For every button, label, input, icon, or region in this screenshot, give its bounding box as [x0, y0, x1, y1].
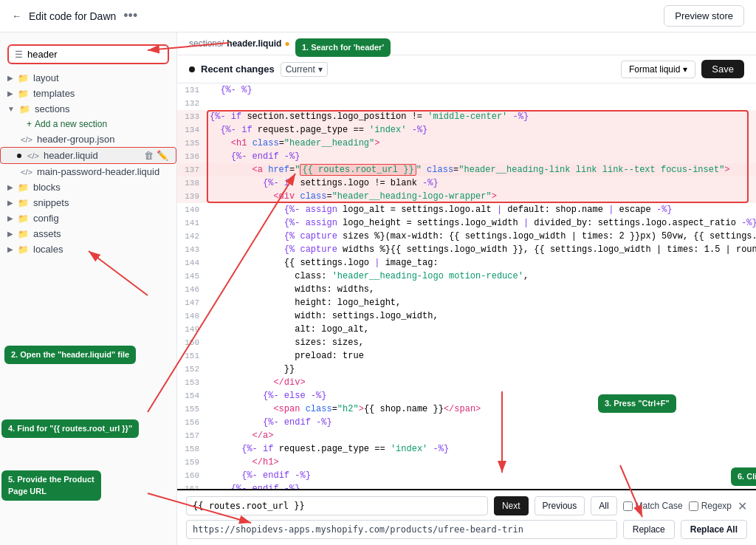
sidebar-item-label: config — [33, 213, 59, 224]
code-icon: </> — [21, 135, 32, 144]
sidebar-item-label: header-group.json — [37, 134, 115, 145]
filepath-label: sections/ — [189, 38, 224, 49]
code-line: 153 </div> — [177, 376, 756, 389]
main-layout: ☰ ▶ 📁 layout ▶ 📁 templates ▼ 📁 sections … — [0, 32, 756, 545]
folder-icon: 📁 — [18, 182, 29, 193]
find-input[interactable] — [186, 496, 488, 515]
sidebar-item-main-password[interactable]: </> main-password-header.liquid — [0, 164, 176, 179]
back-icon: ← — [12, 10, 21, 21]
sidebar-item-blocks[interactable]: ▶ 📁 blocks — [0, 179, 176, 195]
code-line: 144 {{ settings.logo | image_tag: — [177, 256, 756, 270]
code-line: 136 {%- endif -%} — [177, 150, 756, 163]
code-line: 141 {%- assign logo_height = settings.lo… — [177, 216, 756, 230]
search-box[interactable]: ☰ — [7, 44, 169, 64]
code-icon: </> — [21, 168, 32, 176]
sidebar-item-header-group[interactable]: </> header-group.json — [0, 131, 176, 147]
code-line: 145 class: 'header__heading-logo motion-… — [177, 270, 756, 283]
format-liquid-button[interactable]: Format liquid ▾ — [621, 61, 695, 78]
search-replace-bar: Next Previous All Match Case Regexp ✕ Re… — [177, 489, 756, 545]
sidebar-item-sections[interactable]: ▼ 📁 sections — [0, 101, 176, 117]
next-button[interactable]: Next — [494, 496, 529, 515]
recent-changes-right: Format liquid ▾ Save — [621, 60, 744, 78]
chevron-down-icon: ▼ — [7, 105, 15, 113]
topbar-title: Edit code for Dawn — [29, 10, 116, 22]
sidebar-item-layout[interactable]: ▶ 📁 layout — [0, 70, 176, 86]
sidebar-item-snippets[interactable]: ▶ 📁 snippets — [0, 195, 176, 210]
folder-icon: 📁 — [18, 244, 29, 255]
save-button[interactable]: Save — [701, 60, 744, 78]
edit-icon[interactable]: ✏️ — [157, 150, 168, 161]
sidebar: ☰ ▶ 📁 layout ▶ 📁 templates ▼ 📁 sections … — [0, 32, 177, 545]
chevron-down-icon: ▾ — [318, 64, 323, 75]
sidebar-item-config[interactable]: ▶ 📁 config — [0, 210, 176, 226]
preview-store-button[interactable]: Preview store — [664, 5, 744, 27]
search-input[interactable] — [27, 49, 162, 60]
replace-button[interactable]: Replace — [623, 520, 675, 539]
add-section-button[interactable]: + Add a new section — [0, 117, 176, 131]
code-line: 137 <a href="{{ routes.root_url }}" clas… — [177, 163, 756, 176]
code-line: 158 {%- if request.page_type == 'index' … — [177, 442, 756, 456]
code-line: 131 {%- %} — [177, 83, 756, 97]
sidebar-item-header-liquid[interactable]: </> header.liquid 🗑 ✏️ — [0, 147, 176, 164]
all-button[interactable]: All — [591, 496, 616, 515]
replace-all-button[interactable]: Replace All — [681, 520, 747, 539]
current-select[interactable]: Current ▾ — [281, 62, 328, 77]
delete-icon[interactable]: 🗑 — [144, 150, 154, 161]
folder-icon: 📁 — [19, 104, 30, 114]
code-line: 155 <span class="h2">{{ shop.name }}</sp… — [177, 402, 756, 416]
code-line: 154 {%- else -%} — [177, 389, 756, 402]
chevron-icon: ▶ — [7, 74, 13, 82]
folder-icon: 📁 — [18, 89, 29, 99]
chevron-icon: ▶ — [7, 245, 13, 253]
search-icon: ☰ — [15, 49, 23, 60]
code-line: 143 {% capture widths %}{{ settings.logo… — [177, 243, 756, 256]
code-line: 138 {%- if settings.logo != blank -%} — [177, 176, 756, 190]
filename-label: header.liquid — [227, 38, 281, 49]
code-icon: </> — [27, 151, 39, 160]
recent-changes-left: Recent changes Current ▾ — [189, 62, 328, 77]
folder-icon: 📁 — [18, 229, 29, 239]
code-line: 159 </h1> — [177, 456, 756, 469]
regexp-checkbox[interactable]: Regexp — [689, 501, 732, 511]
format-label: Format liquid — [629, 64, 680, 75]
code-line: 133 {%- if section.settings.logo_positio… — [177, 110, 756, 123]
sidebar-item-assets[interactable]: ▶ 📁 assets — [0, 226, 176, 241]
code-editor[interactable]: 131 {%- %} 132 133 {%- if section.settin… — [177, 83, 756, 489]
previous-button[interactable]: Previous — [535, 496, 585, 515]
code-line: 157 </a> — [177, 429, 756, 442]
recent-changes-bar: Recent changes Current ▾ Format liquid ▾… — [177, 55, 756, 83]
code-line: 147 height: logo_height, — [177, 296, 756, 309]
replace-input[interactable] — [186, 520, 617, 539]
chevron-icon: ▶ — [7, 230, 13, 238]
file-actions: 🗑 ✏️ — [144, 150, 168, 161]
match-case-checkbox[interactable]: Match Case — [623, 501, 683, 511]
add-section-label: Add a new section — [35, 119, 107, 129]
chevron-icon: ▶ — [7, 183, 13, 191]
code-line: 150 sizes: sizes, — [177, 336, 756, 349]
sidebar-item-label: assets — [33, 228, 61, 239]
folder-icon: 📁 — [18, 73, 29, 83]
close-search-button[interactable]: ✕ — [738, 499, 747, 513]
folder-icon: 📁 — [18, 198, 29, 208]
code-line: 161 {%- endif -%} — [177, 482, 756, 489]
back-button[interactable]: ← — [12, 10, 21, 21]
chevron-icon: ▶ — [7, 214, 13, 222]
modified-dot — [17, 154, 21, 158]
sidebar-item-locales[interactable]: ▶ 📁 locales — [0, 241, 176, 257]
code-line: 132 — [177, 97, 756, 110]
code-line: 135 <h1 class="header__heading"> — [177, 137, 756, 150]
code-line: 148 width: settings.logo_width, — [177, 309, 756, 323]
sidebar-item-templates[interactable]: ▶ 📁 templates — [0, 86, 176, 101]
annotation-4: 4. Find for "{{ routes.root_url }}" — [1, 419, 139, 438]
code-line: 149 alt: logo_alt, — [177, 323, 756, 336]
code-line: 146 widths: widths, — [177, 283, 756, 296]
sidebar-item-label: sections — [35, 103, 70, 114]
topbar: ← Edit code for Dawn ••• Preview store — [0, 0, 756, 32]
recent-dot — [189, 66, 195, 72]
search-row: Next Previous All Match Case Regexp ✕ — [186, 496, 747, 515]
chevron-down-icon: ▾ — [683, 64, 687, 75]
plus-icon: + — [27, 119, 32, 129]
code-line: 139 <div class="header__heading-logo-wra… — [177, 190, 756, 203]
code-line: 152 }} — [177, 363, 756, 376]
more-options-button[interactable]: ••• — [123, 8, 137, 24]
